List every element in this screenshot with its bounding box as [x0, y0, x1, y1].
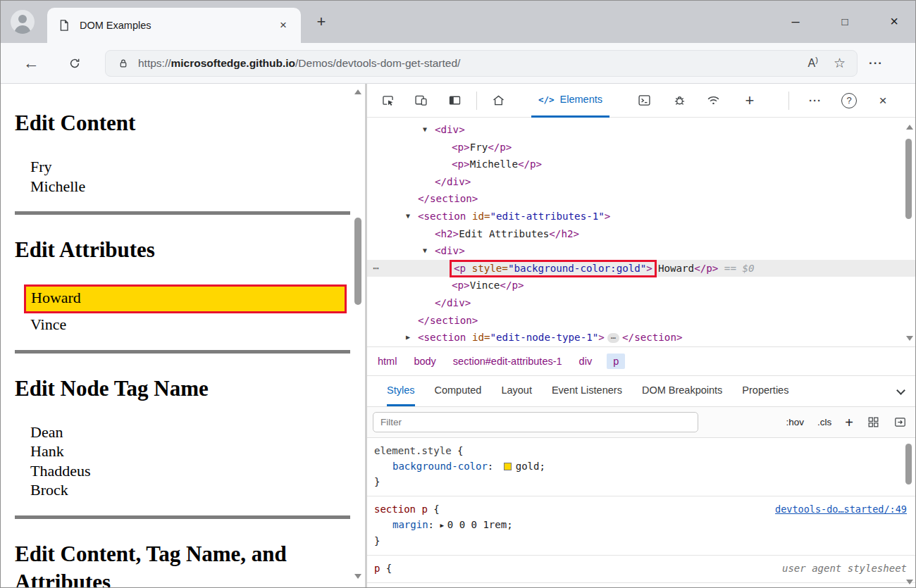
grid-overlay-icon[interactable]: [867, 415, 880, 429]
dom-tree-node[interactable]: </section>: [367, 312, 915, 330]
css-selector[interactable]: section p: [374, 503, 428, 515]
code-icon: </>: [538, 94, 555, 105]
css-property-value: gold: [516, 461, 540, 472]
css-rules-list: element.style {background-color: gold;}s…: [367, 438, 915, 583]
dom-token-tag: >: [605, 211, 611, 222]
dom-scrollbar-thumb[interactable]: [905, 139, 912, 219]
dom-tree-node[interactable]: <p>Michelle</p>: [367, 156, 915, 173]
breadcrumb-item[interactable]: div: [577, 354, 595, 369]
color-swatch[interactable]: [504, 463, 512, 470]
read-aloud-icon[interactable]: A): [808, 57, 818, 70]
tab-styles[interactable]: Styles: [387, 376, 415, 406]
scroll-down-icon[interactable]: [354, 574, 361, 579]
dom-tree-node[interactable]: <p>Fry</p>: [367, 139, 915, 156]
page-heading: Edit Content, Tag Name, and Attributes: [15, 540, 350, 587]
expand-arrow-icon[interactable]: ▼: [406, 208, 410, 225]
dom-token-text: Fry: [470, 142, 488, 153]
open-brace: {: [452, 445, 464, 456]
dom-tree-node[interactable]: ▶<section id="edit-node-type-1">⋯</secti…: [367, 329, 915, 346]
lock-icon[interactable]: [117, 57, 130, 70]
more-tabs-button[interactable]: +: [738, 87, 762, 115]
dom-token-tag: </section>: [418, 315, 478, 326]
expand-arrow-icon[interactable]: ▼: [423, 242, 427, 260]
css-selector[interactable]: element.style: [374, 445, 452, 456]
toggle-pseudo-classes-button[interactable]: :hov: [786, 417, 805, 427]
network-wifi-icon[interactable]: [701, 87, 725, 115]
tab-close-icon[interactable]: ×: [276, 18, 291, 32]
css-declaration[interactable]: background-color: gold;: [392, 458, 907, 474]
welcome-home-icon[interactable]: [486, 87, 510, 115]
dom-node-markup: <div>: [435, 121, 465, 139]
new-style-rule-button[interactable]: +: [845, 415, 853, 430]
dom-tree-node[interactable]: </section>: [367, 190, 915, 208]
browser-menu-icon[interactable]: ···: [869, 56, 883, 70]
page-scrollbar-thumb[interactable]: [354, 218, 361, 305]
debugger-bug-icon[interactable]: [667, 87, 691, 115]
title-bar: DOM Examples × + – □ ×: [1, 1, 915, 43]
expand-arrow-icon[interactable]: ▶: [440, 522, 443, 529]
styles-scrollbar-thumb[interactable]: [905, 444, 912, 484]
toggle-element-classes-button[interactable]: .cls: [817, 417, 831, 427]
new-tab-button[interactable]: +: [311, 12, 332, 33]
tab-event-listeners[interactable]: Event Listeners: [552, 376, 622, 406]
tab-elements[interactable]: </> Elements: [531, 84, 609, 118]
back-button[interactable]: ←: [19, 51, 43, 75]
refresh-button[interactable]: [63, 51, 87, 75]
profile-avatar[interactable]: [11, 10, 35, 34]
styles-filter-input[interactable]: [373, 412, 698, 432]
breadcrumb-item[interactable]: p: [607, 354, 625, 369]
css-rule: p {user agent stylesheet: [367, 556, 915, 583]
page-scrollbar[interactable]: [352, 84, 364, 587]
dom-tree-node[interactable]: <p>Vince</p>: [367, 277, 915, 294]
tab-computed[interactable]: Computed: [435, 376, 482, 406]
dom-token-tag: </section>: [622, 332, 682, 343]
dom-tree-node[interactable]: </div>: [367, 294, 915, 312]
scroll-up-icon[interactable]: [906, 125, 913, 130]
expand-arrow-icon[interactable]: ▶: [406, 329, 410, 346]
scroll-down-icon[interactable]: [906, 336, 913, 341]
breadcrumb-item[interactable]: section#edit-attributes-1: [451, 354, 564, 369]
dom-token-tag: </p>: [694, 263, 718, 274]
devtools-close-icon[interactable]: ×: [871, 87, 895, 115]
expand-arrow-icon[interactable]: ▼: [423, 121, 427, 139]
url-bar[interactable]: https://microsoftedge.github.io/Demos/de…: [105, 50, 858, 77]
dom-tree-node[interactable]: ▼<div>: [367, 242, 915, 260]
dom-tree-node[interactable]: ▼<div>: [367, 121, 915, 139]
scroll-up-icon[interactable]: [354, 89, 361, 94]
dom-node-markup: <p>Vince</p>: [452, 277, 524, 294]
dom-tree-node[interactable]: ⋯<p style="background-color:gold">Howard…: [367, 260, 915, 277]
dom-token-meta: == $0: [718, 263, 754, 274]
colon: :: [488, 461, 500, 472]
console-icon[interactable]: [632, 87, 656, 115]
help-icon[interactable]: ?: [837, 87, 861, 115]
window-minimize-button[interactable]: –: [783, 9, 808, 33]
page-paragraph: Brock: [30, 480, 350, 500]
breadcrumb-item[interactable]: html: [376, 354, 399, 369]
favorites-star-icon[interactable]: ☆: [834, 55, 846, 71]
tab-dom-breakpoints[interactable]: DOM Breakpoints: [642, 376, 722, 406]
node-menu-icon[interactable]: ⋯: [373, 260, 380, 277]
dock-side-icon[interactable]: [442, 87, 466, 115]
dom-tree-scrollbar[interactable]: [904, 122, 914, 342]
styles-scrollbar[interactable]: [904, 442, 914, 584]
breadcrumb-item[interactable]: body: [411, 354, 438, 369]
dom-tree-node[interactable]: <h2>Edit Attributes</h2>: [367, 225, 915, 243]
inspect-element-icon[interactable]: [376, 87, 400, 115]
open-styles-sidebar-icon[interactable]: [893, 415, 907, 429]
dom-tree-node[interactable]: ▼<section id="edit-attributes-1">: [367, 208, 915, 225]
tab-layout[interactable]: Layout: [501, 376, 532, 406]
tab-properties[interactable]: Properties: [742, 376, 788, 406]
css-declaration[interactable]: margin: ▶0 0 0 1rem;: [392, 517, 907, 533]
browser-tab[interactable]: DOM Examples ×: [47, 8, 301, 43]
horizontal-rule: [15, 350, 350, 354]
refresh-icon: [68, 56, 82, 70]
dom-tree-node[interactable]: </div>: [367, 173, 915, 191]
window-close-button[interactable]: ×: [881, 9, 907, 33]
dom-token-tag: <p: [454, 263, 466, 274]
devtools-menu-icon[interactable]: ···: [803, 87, 827, 115]
device-emulation-icon[interactable]: [409, 87, 433, 115]
scroll-down-icon[interactable]: [906, 580, 913, 584]
page-item-group: HowardVince: [15, 284, 350, 334]
stylesheet-link[interactable]: devtools-do…started/:49: [775, 501, 907, 517]
window-maximize-button[interactable]: □: [832, 9, 858, 33]
